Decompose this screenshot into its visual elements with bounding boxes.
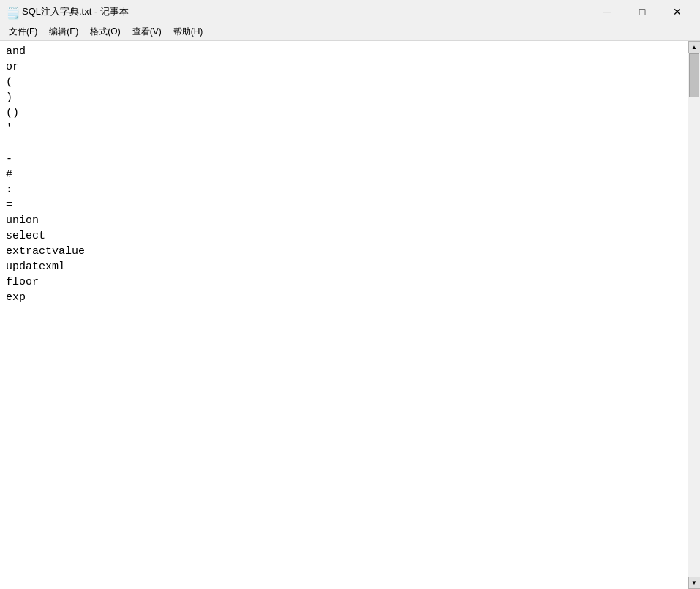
menu-file[interactable]: 文件(F) [3, 24, 43, 40]
text-editor[interactable]: and or ( ) () ' - # : = union select ext… [0, 41, 688, 589]
scroll-down-button[interactable]: ▼ [688, 577, 701, 589]
menu-help[interactable]: 帮助(H) [168, 24, 209, 40]
scrollbar-track[interactable] [688, 53, 700, 577]
window-controls: ─ □ ✕ [590, 3, 694, 20]
menu-format[interactable]: 格式(O) [84, 24, 126, 40]
scroll-up-button[interactable]: ▲ [688, 41, 701, 53]
title-bar-left: 🗒️ SQL注入字典.txt - 记事本 [6, 5, 129, 18]
scrollbar-thumb[interactable] [689, 53, 699, 97]
close-button[interactable]: ✕ [661, 3, 694, 20]
menu-edit[interactable]: 编辑(E) [43, 24, 84, 40]
app-icon: 🗒️ [6, 6, 18, 18]
menu-view[interactable]: 查看(V) [127, 24, 168, 40]
menu-bar: 文件(F) 编辑(E) 格式(O) 查看(V) 帮助(H) [0, 23, 700, 41]
editor-area: and or ( ) () ' - # : = union select ext… [0, 41, 700, 589]
maximize-button[interactable]: □ [625, 3, 659, 20]
vertical-scrollbar[interactable]: ▲ ▼ [688, 41, 700, 589]
minimize-button[interactable]: ─ [590, 3, 624, 20]
window-title: SQL注入字典.txt - 记事本 [22, 5, 129, 18]
title-bar: 🗒️ SQL注入字典.txt - 记事本 ─ □ ✕ [0, 0, 700, 23]
